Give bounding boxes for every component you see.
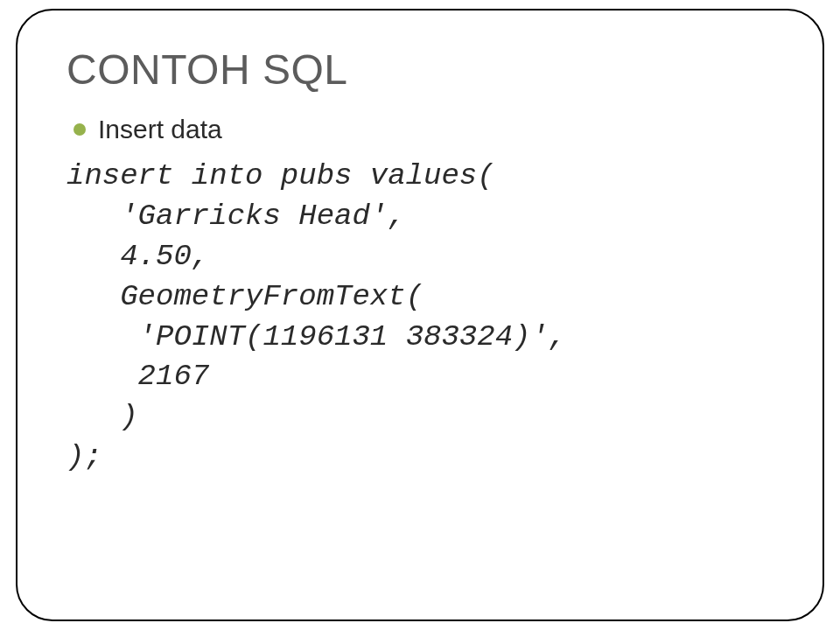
code-line: 4.50,	[66, 240, 209, 273]
code-line: insert into pubs values(	[66, 159, 495, 192]
code-line: 'Garricks Head',	[66, 200, 406, 233]
bullet-item: Insert data	[66, 115, 774, 144]
bullet-text: Insert data	[98, 115, 222, 144]
code-line: )	[66, 400, 138, 433]
code-line: GeometryFromText(	[66, 280, 424, 313]
slide-frame: CONTOH SQL Insert data insert into pubs …	[16, 9, 824, 621]
slide-title: CONTOH SQL	[66, 46, 774, 94]
bullet-icon	[74, 123, 86, 136]
code-block: insert into pubs values( 'Garricks Head'…	[66, 157, 774, 478]
code-line: 2167	[66, 360, 209, 393]
code-line: );	[66, 440, 102, 473]
code-line: 'POINT(1196131 383324)',	[66, 320, 566, 354]
